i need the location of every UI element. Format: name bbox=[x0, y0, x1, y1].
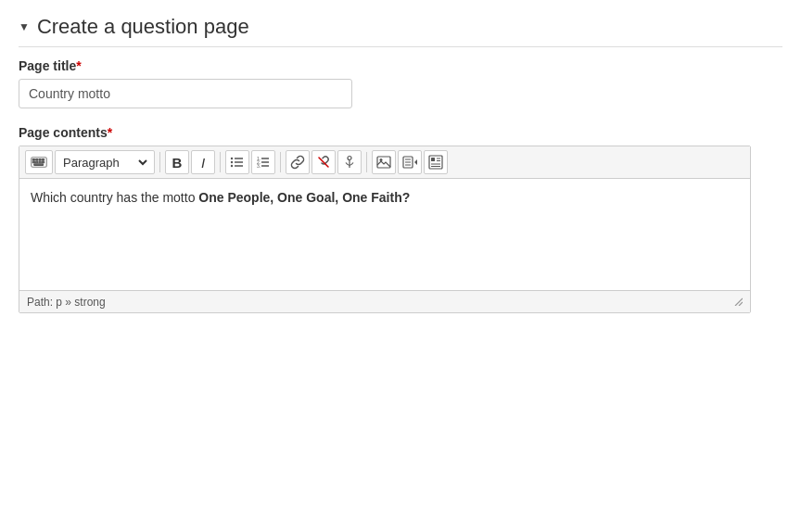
template-button[interactable] bbox=[424, 150, 448, 174]
page-contents-label: Page contents* bbox=[19, 125, 782, 140]
page-title-input[interactable] bbox=[19, 79, 352, 108]
editor-bold-text: One People, One Goal, One Faith? bbox=[198, 190, 410, 205]
svg-rect-1 bbox=[32, 159, 34, 161]
rich-text-editor: Paragraph Heading 1 Heading 2 Heading 3 … bbox=[19, 146, 751, 313]
section-title: Create a question page bbox=[37, 15, 249, 39]
svg-rect-33 bbox=[431, 158, 435, 161]
svg-rect-6 bbox=[36, 161, 38, 163]
unordered-list-button[interactable] bbox=[225, 150, 249, 174]
svg-rect-3 bbox=[39, 159, 41, 161]
bold-button[interactable]: B bbox=[165, 150, 189, 174]
svg-rect-7 bbox=[39, 161, 41, 163]
toolbar-divider-3 bbox=[280, 152, 281, 172]
toolbar-divider-4 bbox=[366, 152, 367, 172]
svg-text:3.: 3. bbox=[257, 163, 261, 169]
ordered-list-button[interactable]: 1.2.3. bbox=[251, 150, 275, 174]
toolbar-divider-2 bbox=[220, 152, 221, 172]
svg-line-38 bbox=[735, 298, 743, 306]
format-select[interactable]: Paragraph Heading 1 Heading 2 Heading 3 … bbox=[59, 151, 150, 173]
italic-button[interactable]: I bbox=[191, 150, 215, 174]
section-header: ▼ Create a question page bbox=[19, 15, 782, 47]
svg-point-10 bbox=[231, 158, 233, 159]
page-title-label: Page title* bbox=[19, 58, 782, 73]
editor-toolbar: Paragraph Heading 1 Heading 2 Heading 3 … bbox=[19, 146, 750, 179]
svg-point-11 bbox=[231, 161, 233, 163]
required-star-contents: * bbox=[108, 125, 112, 140]
toolbar-divider-1 bbox=[159, 152, 160, 172]
page-wrapper: ▼ Create a question page Page title* Pag… bbox=[0, 0, 801, 345]
editor-statusbar: Path: p » strong bbox=[19, 290, 750, 312]
resize-handle[interactable] bbox=[731, 295, 743, 309]
media-button[interactable] bbox=[398, 150, 422, 174]
svg-line-39 bbox=[739, 302, 743, 306]
chevron-icon[interactable]: ▼ bbox=[19, 20, 30, 33]
page-contents-group: Page contents* bbox=[19, 125, 782, 313]
svg-rect-2 bbox=[36, 159, 38, 161]
editor-path: Path: p » strong bbox=[27, 296, 106, 309]
format-selector-wrap[interactable]: Paragraph Heading 1 Heading 2 Heading 3 … bbox=[55, 150, 155, 174]
svg-rect-5 bbox=[32, 161, 34, 163]
page-title-group: Page title* bbox=[19, 58, 782, 108]
keyboard-icon-button[interactable] bbox=[25, 150, 53, 174]
svg-marker-28 bbox=[414, 159, 417, 165]
anchor-button[interactable] bbox=[337, 150, 362, 174]
link-button[interactable] bbox=[286, 150, 310, 174]
unlink-button[interactable] bbox=[312, 150, 336, 174]
image-button[interactable] bbox=[372, 150, 396, 174]
svg-rect-25 bbox=[377, 157, 390, 168]
svg-rect-4 bbox=[42, 159, 44, 161]
svg-rect-8 bbox=[42, 161, 44, 163]
svg-point-12 bbox=[231, 165, 233, 167]
svg-rect-9 bbox=[34, 164, 44, 166]
editor-content-area[interactable]: Which country has the motto One People, … bbox=[19, 179, 750, 290]
svg-point-23 bbox=[348, 157, 351, 160]
required-star: * bbox=[76, 58, 81, 73]
editor-normal-text: Which country has the motto bbox=[31, 190, 198, 205]
